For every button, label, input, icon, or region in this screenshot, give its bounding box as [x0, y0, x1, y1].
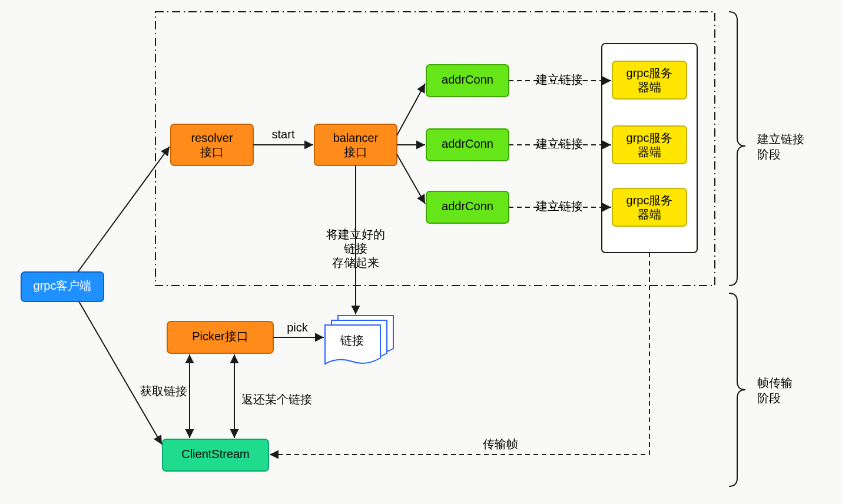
- brace-phase2: [729, 293, 745, 486]
- node-picker: Picker接口: [167, 321, 273, 353]
- node-label: 链接: [340, 334, 364, 347]
- node-addrconn-3: addrConn: [426, 191, 509, 223]
- node-label: balancer: [333, 131, 379, 144]
- node-balancer: balancer 接口: [314, 124, 397, 165]
- diagram-canvas: grpc客户端 resolver 接口 balancer 接口 addrConn…: [0, 0, 842, 504]
- edge-label: 传输帧: [483, 437, 518, 450]
- edge-label: start: [272, 128, 295, 141]
- edge-label: 建立链接: [535, 137, 583, 150]
- node-label: addrConn: [442, 137, 493, 150]
- edge-balancer-addrconn3: [397, 154, 425, 204]
- svg-rect-1: [171, 124, 253, 165]
- edge-label: 获取链接: [140, 384, 187, 397]
- node-label: grpc客户端: [34, 279, 92, 292]
- edge-balancer-addrconn1: [397, 84, 425, 135]
- node-label: ClientStream: [181, 447, 250, 460]
- edge-client-clientstream: [79, 301, 162, 445]
- node-label: grpc服务: [626, 67, 673, 79]
- edge-label: 链接: [343, 242, 367, 255]
- node-clientstream: ClientStream: [163, 439, 268, 471]
- node-label: grpc服务: [626, 194, 673, 207]
- node-grpc-client: grpc客户端: [21, 272, 104, 301]
- phase-label: 阶段: [757, 392, 781, 404]
- edge-label: 存储起来: [332, 256, 379, 269]
- node-label: 接口: [344, 145, 367, 158]
- node-label: addrConn: [442, 73, 493, 86]
- node-label: resolver: [191, 131, 233, 144]
- node-server-3: grpc服务 器端: [612, 188, 687, 226]
- brace-phase1: [729, 12, 745, 286]
- node-server-2: grpc服务 器端: [612, 126, 687, 164]
- edge-label: 返还某个链接: [241, 393, 312, 406]
- node-server-1: grpc服务 器端: [612, 61, 687, 99]
- edge-label: 将建立好的: [326, 228, 385, 241]
- edge-label: 建立链接: [535, 73, 583, 86]
- node-label: addrConn: [442, 200, 493, 213]
- node-label: 器端: [638, 208, 661, 221]
- node-label: Picker接口: [192, 330, 248, 343]
- node-label: 器端: [638, 81, 661, 94]
- svg-rect-2: [314, 124, 397, 165]
- node-label: 器端: [638, 145, 661, 158]
- node-resolver: resolver 接口: [171, 124, 253, 165]
- node-label: grpc服务: [626, 131, 673, 144]
- edge-label: 建立链接: [535, 200, 583, 213]
- edge-label: pick: [287, 321, 309, 334]
- phase-label: 帧传输: [757, 376, 793, 389]
- node-links: 链接: [325, 316, 393, 364]
- phase-label: 建立链接: [757, 132, 804, 145]
- node-addrconn-2: addrConn: [426, 129, 509, 161]
- node-addrconn-1: addrConn: [426, 65, 509, 97]
- phase-label: 阶段: [757, 148, 781, 161]
- node-label: 接口: [200, 145, 224, 158]
